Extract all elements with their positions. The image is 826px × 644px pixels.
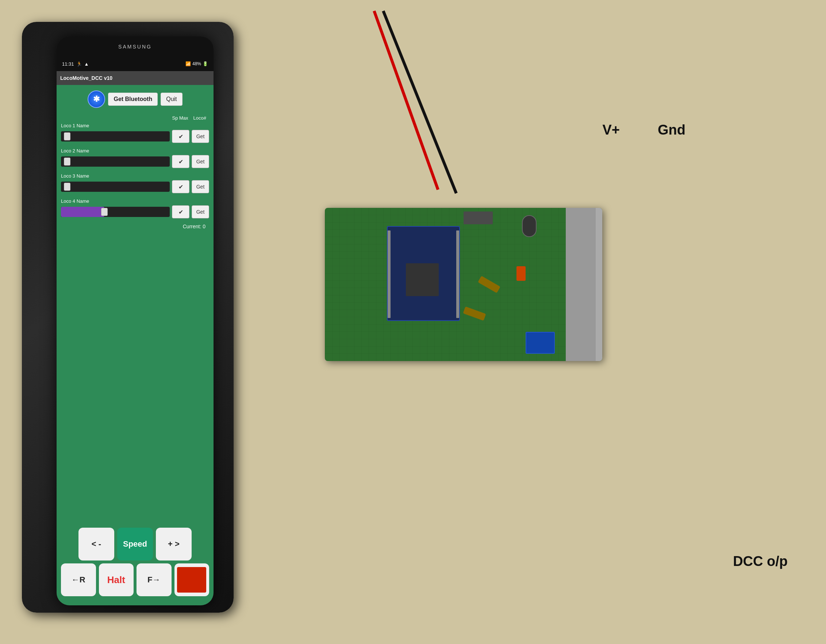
sp-max-header: Sp Max xyxy=(172,115,188,121)
loco-2-row: Loco 2 Name ✔ Get xyxy=(61,148,209,168)
loco-1-get-button[interactable]: Get xyxy=(192,130,209,143)
bottom-controls: < - Speed + > ←R Halt F→ xyxy=(61,528,209,600)
main-chip xyxy=(406,263,439,296)
pin-row-left xyxy=(388,231,391,318)
pin-row-right xyxy=(456,231,459,318)
battery-display: 48% xyxy=(193,61,201,67)
loco-2-label: Loco 2 Name xyxy=(61,148,209,153)
status-bar: 11:31 🏃 ▲ 📶 48% 🔋 xyxy=(57,57,214,71)
quit-button[interactable]: Quit xyxy=(161,93,182,106)
loco-1-controls: ✔ Get xyxy=(61,130,209,143)
loco-4-slider-fill xyxy=(61,207,104,217)
loco-4-get-button[interactable]: Get xyxy=(192,205,209,218)
loco-4-slider-container xyxy=(61,207,170,217)
small-capacitor xyxy=(517,266,526,281)
reverse-r-button[interactable]: ←R xyxy=(61,564,96,596)
vplus-label: V+ xyxy=(602,122,620,138)
alert-icon: ▲ xyxy=(84,61,89,67)
control-row-2: ←R Halt F→ xyxy=(61,564,209,596)
arduino-module xyxy=(387,226,460,321)
loco-4-controls: ✔ Get xyxy=(61,205,209,218)
loco-3-get-button[interactable]: Get xyxy=(192,180,209,193)
loco-2-check-button[interactable]: ✔ xyxy=(172,155,189,168)
terminal-block xyxy=(526,332,555,354)
bluetooth-icon: ✱ xyxy=(88,90,105,108)
loco-3-controls: ✔ Get xyxy=(61,180,209,193)
loco-3-row: Loco 3 Name ✔ Get xyxy=(61,173,209,193)
samsung-logo: SAMSUNG xyxy=(118,44,152,50)
capacitor xyxy=(522,215,537,237)
train-image-button[interactable] xyxy=(174,564,210,596)
loco-4-check-button[interactable]: ✔ xyxy=(172,205,189,218)
loco-4-row: Loco 4 Name ✔ Get xyxy=(61,198,209,218)
status-left: 11:31 🏃 ▲ xyxy=(62,61,89,67)
signal-icon: 🏃 xyxy=(76,61,82,67)
red-train-icon xyxy=(177,567,206,593)
app-title: LocoMotive_DCC v10 xyxy=(60,75,112,81)
get-bluetooth-button[interactable]: Get Bluetooth xyxy=(108,93,158,106)
dcc-op-label: DCC o/p xyxy=(733,554,788,569)
loco-3-label: Loco 3 Name xyxy=(61,173,209,179)
pcb-texture xyxy=(325,208,602,361)
loco-1-slider-track[interactable] xyxy=(61,131,170,141)
loco-3-slider-thumb[interactable] xyxy=(64,183,70,191)
loco-2-get-button[interactable]: Get xyxy=(192,155,209,168)
loco-2-slider-thumb[interactable] xyxy=(64,158,70,166)
heatsink-fin-1 xyxy=(596,208,602,361)
loco-num-header: Loco# xyxy=(193,115,206,121)
loco-2-slider-container xyxy=(61,156,170,167)
forward-f-button[interactable]: F→ xyxy=(137,564,172,596)
loco-4-slider-track[interactable] xyxy=(61,207,170,217)
loco-3-check-button[interactable]: ✔ xyxy=(172,180,189,193)
circuit-board xyxy=(325,208,602,361)
speed-button[interactable]: Speed xyxy=(117,528,153,560)
loco-1-label: Loco 1 Name xyxy=(61,123,209,128)
forward-button[interactable]: + > xyxy=(156,528,192,560)
loco-1-slider-container xyxy=(61,131,170,141)
wifi-icon: 📶 xyxy=(185,61,191,67)
battery-icon: 🔋 xyxy=(203,61,208,67)
control-row-1: < - Speed + > xyxy=(61,528,209,560)
spacer xyxy=(61,237,209,528)
phone-top-bezel: SAMSUNG xyxy=(57,36,214,57)
loco-2-slider-track[interactable] xyxy=(61,156,170,167)
loco-1-row: Loco 1 Name ✔ Get xyxy=(61,123,209,143)
halt-button[interactable]: Halt xyxy=(99,564,134,596)
loco-3-slider-container xyxy=(61,182,170,192)
pcb-board xyxy=(325,208,602,361)
time-display: 11:31 xyxy=(62,61,74,67)
column-headers: Sp Max Loco# xyxy=(61,115,209,121)
current-display: Current: 0 xyxy=(61,223,209,229)
app-main: ✱ Get Bluetooth Quit Sp Max Loco# Loco 1… xyxy=(57,85,214,605)
loco-1-check-button[interactable]: ✔ xyxy=(172,130,189,143)
app-titlebar: LocoMotive_DCC v10 xyxy=(57,71,214,85)
status-right: 📶 48% 🔋 xyxy=(185,61,208,67)
loco-2-controls: ✔ Get xyxy=(61,155,209,168)
heatsink xyxy=(566,208,602,361)
loco-1-slider-thumb[interactable] xyxy=(64,132,70,140)
loco-4-slider-thumb[interactable] xyxy=(101,208,108,216)
phone: SAMSUNG 11:31 🏃 ▲ 📶 48% 🔋 LocoMotive_DCC… xyxy=(57,36,214,605)
top-button-row: ✱ Get Bluetooth Quit xyxy=(61,90,209,108)
loco-4-label: Loco 4 Name xyxy=(61,198,209,204)
loco-3-slider-track[interactable] xyxy=(61,182,170,192)
reverse-button[interactable]: < - xyxy=(78,528,114,560)
gnd-label: Gnd xyxy=(658,122,685,138)
connector-top xyxy=(464,212,493,224)
